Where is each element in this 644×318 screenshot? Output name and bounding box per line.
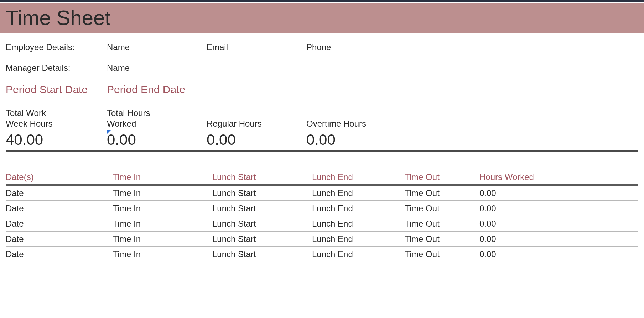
cell-lunch-start[interactable]: Lunch Start: [212, 219, 312, 229]
table-row: Date Time In Lunch Start Lunch End Time …: [6, 247, 638, 261]
manager-details-label: Manager Details:: [6, 63, 107, 73]
cell-lunch-start[interactable]: Lunch Start: [212, 249, 312, 259]
th-time-out: Time Out: [405, 172, 479, 182]
cell-time-in[interactable]: Time In: [113, 203, 212, 213]
cell-time-out[interactable]: Time Out: [405, 188, 479, 198]
timesheet-table: Date(s) Time In Lunch Start Lunch End Ti…: [6, 172, 638, 261]
manager-name-cell[interactable]: Name: [107, 63, 207, 73]
th-dates: Date(s): [6, 172, 113, 182]
top-accent-bar: [0, 0, 644, 2]
employee-email-cell[interactable]: Email: [207, 42, 306, 52]
cell-lunch-end[interactable]: Lunch End: [312, 203, 405, 213]
cell-time-in[interactable]: Time In: [113, 249, 212, 259]
cell-comment-flag-icon: [107, 130, 111, 134]
page-title: Time Sheet: [6, 6, 638, 30]
cell-lunch-end[interactable]: Lunch End: [312, 219, 405, 229]
table-row: Date Time In Lunch Start Lunch End Time …: [6, 232, 638, 247]
cell-lunch-end[interactable]: Lunch End: [312, 188, 405, 198]
cell-date[interactable]: Date: [6, 203, 113, 213]
th-lunch-end: Lunch End: [312, 172, 405, 182]
cell-date[interactable]: Date: [6, 188, 113, 198]
cell-lunch-end[interactable]: Lunch End: [312, 234, 405, 244]
regular-hours-label: Regular Hours: [207, 108, 306, 129]
cell-lunch-end[interactable]: Lunch End: [312, 249, 405, 259]
employee-details-row: Employee Details: Name Email Phone: [6, 42, 638, 52]
cell-time-in[interactable]: Time In: [113, 234, 212, 244]
regular-hours-value[interactable]: 0.00: [207, 131, 306, 148]
summary-block: Total WorkWeek Hours Total HoursWorked R…: [6, 108, 638, 152]
table-row: Date Time In Lunch Start Lunch End Time …: [6, 216, 638, 232]
th-time-in: Time In: [113, 172, 212, 182]
cell-hours-worked[interactable]: 0.00: [479, 234, 558, 244]
manager-details-row: Manager Details: Name: [6, 63, 638, 73]
cell-date[interactable]: Date: [6, 219, 113, 229]
period-end-label: Period End Date: [107, 84, 207, 96]
employee-name-cell[interactable]: Name: [107, 42, 207, 52]
th-hours-worked: Hours Worked: [479, 172, 558, 182]
cell-lunch-start[interactable]: Lunch Start: [212, 234, 312, 244]
table-row: Date Time In Lunch Start Lunch End Time …: [6, 186, 638, 201]
content-area: Employee Details: Name Email Phone Manag…: [0, 33, 644, 261]
total-work-week-hours-value[interactable]: 40.00: [6, 131, 107, 148]
table-row: Date Time In Lunch Start Lunch End Time …: [6, 201, 638, 216]
total-hours-worked-value-text: 0.00: [107, 131, 136, 148]
period-row: Period Start Date Period End Date: [6, 84, 638, 96]
cell-time-out[interactable]: Time Out: [405, 234, 479, 244]
cell-time-in[interactable]: Time In: [113, 188, 212, 198]
total-hours-worked-value[interactable]: 0.00: [107, 131, 207, 148]
cell-lunch-start[interactable]: Lunch Start: [212, 188, 312, 198]
summary-labels-row: Total WorkWeek Hours Total HoursWorked R…: [6, 108, 638, 129]
title-band: Time Sheet: [0, 3, 644, 33]
employee-phone-cell[interactable]: Phone: [306, 42, 406, 52]
cell-time-out[interactable]: Time Out: [405, 219, 479, 229]
total-hours-worked-label: Total HoursWorked: [107, 108, 207, 129]
summary-values-row: 40.00 0.00 0.00 0.00: [6, 131, 638, 148]
cell-date[interactable]: Date: [6, 234, 113, 244]
cell-date[interactable]: Date: [6, 249, 113, 259]
employee-details-label: Employee Details:: [6, 42, 107, 52]
cell-time-out[interactable]: Time Out: [405, 203, 479, 213]
cell-hours-worked[interactable]: 0.00: [479, 219, 558, 229]
overtime-hours-value[interactable]: 0.00: [306, 131, 406, 148]
period-start-label: Period Start Date: [6, 84, 107, 96]
table-header-row: Date(s) Time In Lunch Start Lunch End Ti…: [6, 172, 638, 186]
cell-time-out[interactable]: Time Out: [405, 249, 479, 259]
cell-hours-worked[interactable]: 0.00: [479, 249, 558, 259]
cell-hours-worked[interactable]: 0.00: [479, 203, 558, 213]
overtime-hours-label: Overtime Hours: [306, 108, 406, 129]
total-work-week-hours-label: Total WorkWeek Hours: [6, 108, 107, 129]
cell-lunch-start[interactable]: Lunch Start: [212, 203, 312, 213]
cell-time-in[interactable]: Time In: [113, 219, 212, 229]
cell-hours-worked[interactable]: 0.00: [479, 188, 558, 198]
th-lunch-start: Lunch Start: [212, 172, 312, 182]
